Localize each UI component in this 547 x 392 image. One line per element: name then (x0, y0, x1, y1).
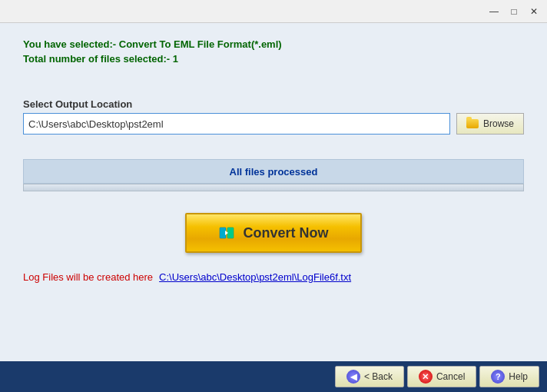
maximize-button[interactable]: □ (504, 4, 524, 19)
back-button[interactable]: ◀ < Back (335, 366, 404, 387)
cancel-icon: ✕ (419, 370, 433, 384)
output-location-section: Select Output Location Browse (23, 98, 524, 135)
output-row: Browse (23, 113, 524, 135)
svg-rect-1 (227, 228, 234, 238)
convert-btn-container: Convert Now (23, 213, 524, 253)
back-label: < Back (364, 371, 393, 382)
main-content: You have selected:- Convert To EML File … (0, 23, 547, 361)
svg-rect-0 (220, 228, 226, 238)
bottom-toolbar: ◀ < Back ✕ Cancel ? Help (0, 361, 547, 392)
info-section: You have selected:- Convert To EML File … (23, 38, 524, 65)
help-label: Help (509, 371, 528, 382)
files-count-info: Total number of files selected:- 1 (23, 53, 524, 65)
progress-bar-fill (24, 184, 523, 191)
log-label: Log Files will be created here (23, 271, 153, 283)
status-section: All files processed (23, 153, 524, 191)
cancel-button[interactable]: ✕ Cancel (407, 366, 476, 387)
status-bar: All files processed (23, 159, 524, 184)
browse-label: Browse (483, 118, 514, 129)
back-icon: ◀ (346, 370, 360, 384)
minimize-button[interactable]: — (484, 4, 504, 19)
convert-now-label: Convert Now (243, 225, 328, 241)
status-text: All files processed (230, 166, 318, 178)
output-path-input[interactable] (23, 113, 450, 135)
convert-now-button[interactable]: Convert Now (185, 213, 362, 253)
cancel-label: Cancel (436, 371, 465, 382)
help-icon: ? (491, 370, 505, 384)
progress-bar-container (23, 184, 524, 191)
log-link[interactable]: C:\Users\abc\Desktop\pst2eml\LogFile6f.t… (159, 271, 351, 283)
selected-format-info: You have selected:- Convert To EML File … (23, 38, 524, 50)
browse-button[interactable]: Browse (456, 113, 524, 135)
close-button[interactable]: ✕ (524, 4, 544, 19)
log-section: Log Files will be created here C:\Users\… (23, 271, 524, 283)
help-button[interactable]: ? Help (479, 366, 539, 387)
convert-icon (218, 224, 235, 241)
folder-icon (466, 119, 479, 128)
title-bar: — □ ✕ (0, 0, 547, 23)
output-location-label: Select Output Location (23, 98, 524, 110)
